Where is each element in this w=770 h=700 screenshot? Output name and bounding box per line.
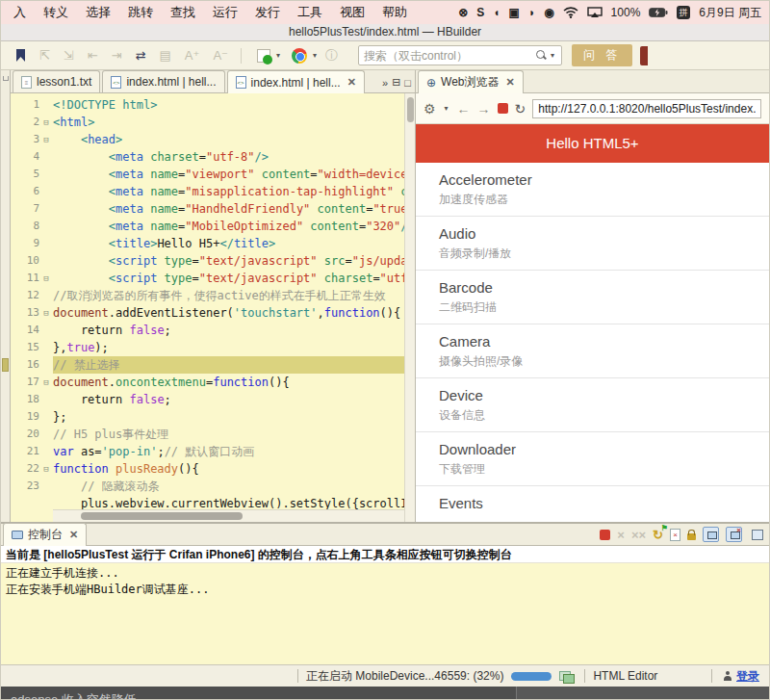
maximize-console-icon[interactable]	[752, 530, 763, 540]
font-increase-icon[interactable]: A⁺	[185, 49, 200, 62]
list-item-title: Device	[439, 387, 769, 403]
forward-icon[interactable]: →	[477, 102, 491, 116]
background-jobs-icon[interactable]	[559, 671, 573, 682]
airplay-icon[interactable]	[587, 7, 603, 18]
minimized-view-rail[interactable]	[1, 70, 11, 522]
list-item[interactable]: Camera摄像头拍照/录像	[416, 324, 769, 378]
close-icon[interactable]: ✕	[347, 76, 356, 89]
code-editor[interactable]: 1<!DOCTYPE html>2⊟<html>3⊟ <head>4 <meta…	[11, 93, 415, 522]
tab-console[interactable]: 控制台 ✕	[3, 523, 87, 546]
progress-bar	[511, 672, 552, 681]
clipped-toolbar-button[interactable]	[640, 46, 648, 65]
stop-icon[interactable]	[498, 103, 508, 114]
s-app-icon[interactable]: S	[476, 7, 484, 18]
menu-item[interactable]: 工具	[297, 4, 322, 21]
run-in-device-icon[interactable]	[257, 49, 270, 63]
search-caret-icon[interactable]: ▾	[551, 51, 554, 60]
menu-item[interactable]: 跳转	[128, 4, 153, 21]
menu-item[interactable]: 选择	[86, 4, 111, 21]
close-icon[interactable]: ✕	[69, 529, 78, 541]
refresh-icon[interactable]: ↻	[515, 102, 526, 116]
gear-icon[interactable]: ⚙	[424, 101, 436, 117]
list-item[interactable]: Audio音频录制/播放	[416, 217, 769, 271]
font-decrease-icon[interactable]: A⁻	[213, 49, 228, 62]
gear-caret-icon[interactable]: ▾	[445, 104, 449, 113]
vertical-scroll-thumb[interactable]	[407, 97, 414, 122]
menu-item[interactable]: 帮助	[382, 4, 407, 21]
list-item[interactable]: Device设备信息	[416, 378, 769, 432]
clear-console-icon[interactable]: ×	[670, 529, 680, 541]
wechat-icon[interactable]: ◉	[544, 7, 553, 18]
line-number: 2	[11, 114, 39, 131]
list-item[interactable]: Downloader下载管理	[416, 432, 769, 486]
list-item[interactable]: Accelerometer加速度传感器	[416, 163, 769, 217]
fold-icon[interactable]: ⊟	[39, 304, 53, 322]
chrome-browser-icon[interactable]	[292, 48, 307, 64]
terminate-icon[interactable]	[600, 530, 610, 540]
console-tab-bar: 控制台 ✕ × ×× ↻ ×	[1, 524, 769, 546]
previous-edit-icon[interactable]: ⇤	[88, 49, 98, 62]
search-icon[interactable]	[536, 50, 547, 61]
scroll-lock-icon[interactable]	[687, 533, 696, 540]
relaunch-icon[interactable]: ↻	[653, 529, 663, 541]
next-edit-icon[interactable]: ⇥	[112, 49, 122, 62]
list-item[interactable]: Events	[416, 486, 769, 522]
pinyin-input-badge[interactable]: 拼	[677, 6, 690, 19]
login-link[interactable]: 登录	[736, 668, 759, 685]
fold-icon[interactable]: ⊟	[39, 114, 53, 131]
fold-icon[interactable]: ⊟	[39, 460, 53, 478]
menu-item[interactable]: 入	[13, 4, 26, 21]
fold-icon[interactable]: ⊟	[39, 374, 53, 391]
pin-console-icon[interactable]	[703, 527, 719, 542]
bookmark-icon[interactable]	[16, 49, 25, 62]
menu-item[interactable]: 查找	[170, 4, 195, 21]
console-output[interactable]: 正在建立手机连接...正在安装手机端HBuilder调试基座...	[1, 563, 769, 664]
display-selected-console-icon[interactable]	[726, 527, 742, 542]
statusbar-separator	[297, 669, 298, 683]
evernote-icon[interactable]: ◖	[493, 7, 500, 18]
nav-back-file-icon[interactable]: ⇱	[39, 49, 50, 62]
editor-vertical-scrollbar[interactable]	[404, 93, 415, 522]
code-text: document.addEventListener('touchstart',f…	[53, 304, 415, 322]
menu-item[interactable]: 发行	[255, 4, 280, 21]
remove-all-launches-icon[interactable]: ××	[631, 529, 646, 541]
notes-app-icon[interactable]: ◗	[528, 7, 535, 18]
background-window-strip[interactable]: adsense 收入突然降低	[1, 687, 769, 700]
remove-launch-icon[interactable]: ×	[617, 529, 625, 541]
horizontal-scroll-thumb[interactable]	[81, 512, 243, 520]
minimize-editor-icon[interactable]: ⊟	[392, 76, 400, 89]
menu-item[interactable]: 视图	[340, 4, 365, 21]
browser-tab-label: Web浏览器	[441, 74, 499, 91]
tab-overflow-icon[interactable]: »	[382, 77, 388, 89]
browser-dropdown-caret-icon[interactable]: ▾	[313, 51, 317, 60]
link-editor-icon[interactable]: ▤	[160, 49, 171, 62]
wifi-icon[interactable]	[563, 7, 578, 18]
editor-tab[interactable]: ≡lesson1.txt	[13, 70, 100, 92]
global-search-box[interactable]: ▾	[358, 45, 562, 65]
nav-forward-file-icon[interactable]: ⇲	[64, 49, 74, 62]
url-input[interactable]	[532, 99, 761, 118]
date-label[interactable]: 6月9日 周五	[699, 5, 761, 21]
switch-editor-icon[interactable]: ⇄	[136, 49, 146, 62]
close-icon[interactable]: ✕	[506, 76, 515, 89]
search-input[interactable]	[364, 49, 536, 63]
editor-tab[interactable]: <>index.html | hell...	[102, 70, 224, 92]
tab-web-browser[interactable]: ⊕ Web浏览器 ✕	[418, 70, 524, 93]
back-icon[interactable]: ←	[457, 102, 471, 116]
code-line: 10 <script type="text/javascript" src="j…	[11, 252, 415, 270]
menu-item[interactable]: 运行	[213, 4, 238, 21]
run-dropdown-caret-icon[interactable]: ▾	[276, 51, 280, 60]
fold-icon[interactable]: ⊟	[39, 131, 53, 148]
menu-item[interactable]: 转义	[43, 4, 68, 21]
editor-tab-label: lesson1.txt	[37, 75, 91, 89]
screenshot-search-icon[interactable]: ▣	[509, 7, 520, 18]
editor-horizontal-scrollbar[interactable]	[53, 509, 404, 522]
info-icon[interactable]: ⓘ	[325, 49, 338, 62]
list-item[interactable]: Barcode二维码扫描	[416, 271, 769, 324]
qa-button[interactable]: 问 答	[572, 44, 632, 66]
fold-icon[interactable]: ⊟	[39, 270, 53, 287]
restore-view-icon[interactable]	[3, 76, 9, 81]
maximize-editor-icon[interactable]: □	[404, 77, 411, 89]
circle-x-app-icon[interactable]: ⊗	[458, 7, 468, 18]
editor-tab[interactable]: <>index.html | hell...✕	[227, 70, 365, 93]
